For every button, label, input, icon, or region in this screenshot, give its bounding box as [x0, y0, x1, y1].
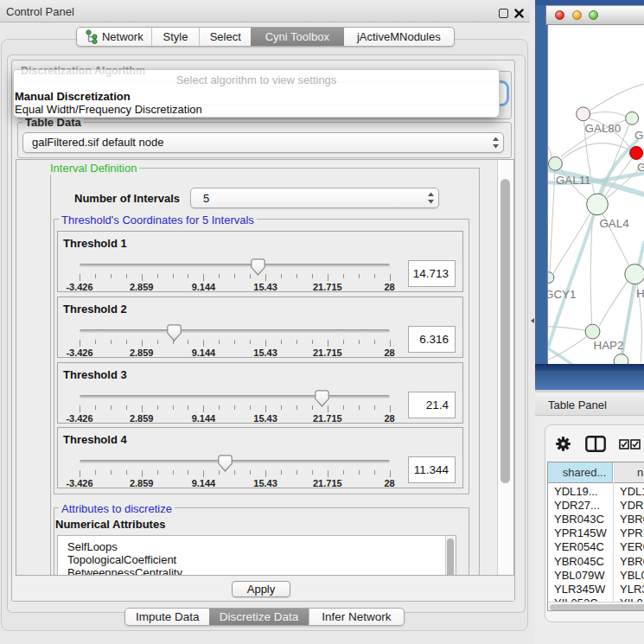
svg-text:HA: HA	[636, 287, 644, 300]
svg-text:GAL80: GAL80	[585, 122, 622, 135]
svg-text:GAL4: GAL4	[599, 217, 629, 230]
svg-text:GCY1: GCY1	[547, 288, 576, 301]
svg-text:GA: GA	[634, 129, 644, 142]
svg-text:G: G	[637, 161, 644, 174]
svg-text:HAP2: HAP2	[594, 339, 624, 352]
svg-text:GAL11: GAL11	[556, 174, 591, 187]
